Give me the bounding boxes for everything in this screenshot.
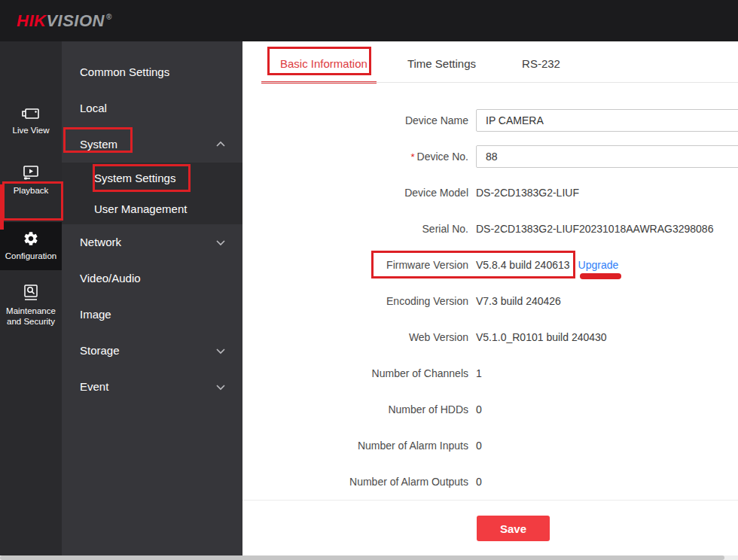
- nav-item-label: Configuration: [5, 251, 56, 261]
- menu-item-label: System: [80, 138, 117, 151]
- menu-item-system[interactable]: System: [62, 126, 242, 163]
- menu-item-storage[interactable]: Storage: [62, 333, 242, 369]
- menu-item-label: Storage: [80, 344, 120, 357]
- chevron-down-icon: [215, 346, 226, 355]
- menu-item-system-settings[interactable]: System Settings: [62, 163, 242, 193]
- field-label: Serial No.: [242, 223, 468, 235]
- menu-item-network[interactable]: Network: [62, 224, 242, 260]
- field-label: Number of HDDs: [242, 403, 468, 415]
- maintenance-icon: [23, 284, 39, 302]
- field-label: Device Model: [242, 187, 468, 199]
- form-row-device-name: Device Name: [242, 102, 738, 138]
- field-label: Firmware Version: [242, 259, 468, 271]
- menu-item-user-management[interactable]: User Management: [62, 193, 242, 224]
- field-value: V7.3 build 240426: [476, 295, 561, 307]
- form-row-number-of-channels: Number of Channels 1: [242, 355, 738, 391]
- field-value: 0: [476, 440, 482, 452]
- form-row-device-no: *Device No.: [242, 138, 738, 175]
- nav-item-playback[interactable]: Playback: [0, 165, 62, 196]
- chevron-down-icon: [215, 238, 226, 247]
- field-label: Web Version: [242, 331, 468, 343]
- menu-item-video-audio[interactable]: Video/Audio: [62, 260, 242, 297]
- nav-item-maintenance-security[interactable]: Maintenance and Security: [0, 284, 62, 327]
- config-menu-panel: Common Settings Local System System Sett…: [62, 41, 242, 556]
- menu-item-common-settings[interactable]: Common Settings: [62, 54, 242, 90]
- menu-item-label: Image: [80, 308, 111, 321]
- chevron-down-icon: [215, 382, 226, 391]
- video-camera-icon: [21, 106, 41, 121]
- active-nav-indicator: [0, 184, 4, 230]
- field-label: Number of Channels: [242, 367, 468, 379]
- system-submenu: System Settings User Management: [62, 163, 242, 224]
- menu-item-label: Network: [80, 236, 121, 248]
- tab-basic-information[interactable]: Basic Information: [280, 57, 367, 70]
- logo-registered-mark: ®: [106, 13, 112, 21]
- chevron-up-icon: [215, 140, 226, 149]
- form-row-device-model: Device Model DS-2CD1383G2-LIUF: [242, 175, 738, 211]
- basic-information-form: Device Name *Device No. Device Model DS-…: [242, 102, 738, 500]
- nav-item-label: Maintenance and Security: [0, 306, 62, 327]
- form-row-number-of-alarm-outputs: Number of Alarm Outputs 0: [242, 464, 738, 500]
- form-row-web-version: Web Version V5.1.0_R0101 build 240430: [242, 319, 738, 355]
- device-no-input[interactable]: [476, 145, 738, 168]
- field-label-text: Device No.: [417, 151, 468, 163]
- top-bar: HIKVISION®: [0, 0, 738, 41]
- menu-item-label: Event: [80, 380, 108, 393]
- field-label: Encoding Version: [242, 295, 468, 307]
- field-label: Number of Alarm Inputs: [242, 440, 468, 452]
- form-row-encoding-version: Encoding Version V7.3 build 240426: [242, 283, 738, 319]
- hikvision-logo: HIKVISION®: [17, 11, 112, 31]
- menu-item-label: System Settings: [94, 172, 175, 184]
- gear-icon: [23, 230, 39, 247]
- save-button[interactable]: Save: [477, 516, 550, 541]
- field-value: V5.8.4 build 240613: [476, 259, 570, 271]
- menu-item-image[interactable]: Image: [62, 297, 242, 333]
- field-label: *Device No.: [242, 151, 468, 163]
- nav-item-label: Live View: [12, 125, 49, 135]
- hikvision-config-page: HIKVISION® Live View: [0, 0, 738, 560]
- field-value: 0: [476, 476, 482, 488]
- main-content: Basic Information Time Settings RS-232 D…: [242, 41, 738, 556]
- menu-item-event[interactable]: Event: [62, 369, 242, 405]
- menu-item-label: Video/Audio: [80, 272, 141, 285]
- tab-time-settings[interactable]: Time Settings: [407, 57, 476, 70]
- menu-item-label: Local: [80, 102, 107, 114]
- field-value: DS-2CD1383G2-LIUF20231018AAWRAG3298086: [476, 223, 713, 235]
- nav-item-label: Playback: [14, 185, 49, 196]
- logo-hik-text: HIK: [17, 11, 46, 30]
- tab-bar: Basic Information Time Settings RS-232: [242, 41, 738, 83]
- active-tab-underline: [261, 81, 377, 84]
- field-value: V5.1.0_R0101 build 240430: [476, 331, 607, 343]
- save-area: Save: [242, 500, 738, 541]
- field-value: DS-2CD1383G2-LIUF: [476, 187, 579, 199]
- form-row-number-of-hdds: Number of HDDs 0: [242, 391, 738, 428]
- field-label: Number of Alarm Outputs: [242, 476, 468, 488]
- horizontal-scrollbar[interactable]: [0, 555, 738, 560]
- field-value: 0: [476, 403, 482, 415]
- field-value: 1: [476, 367, 482, 379]
- required-asterisk: *: [410, 151, 414, 163]
- upgrade-link[interactable]: Upgrade: [578, 259, 619, 271]
- form-row-firmware-version: Firmware Version V5.8.4 build 240613 Upg…: [242, 247, 738, 283]
- horizontal-scrollbar-thumb[interactable]: [0, 555, 724, 560]
- nav-item-configuration[interactable]: Configuration: [0, 222, 62, 270]
- logo-vision-text: VISION: [46, 11, 105, 30]
- form-row-number-of-alarm-inputs: Number of Alarm Inputs 0: [242, 428, 738, 464]
- menu-item-label: Common Settings: [80, 65, 169, 78]
- form-row-serial-no: Serial No. DS-2CD1383G2-LIUF20231018AAWR…: [242, 211, 738, 247]
- field-label: Device Name: [242, 114, 468, 126]
- menu-item-label: User Management: [94, 202, 187, 215]
- tab-rs232[interactable]: RS-232: [522, 57, 560, 70]
- play-icon: [21, 165, 41, 181]
- device-name-input[interactable]: [476, 109, 738, 132]
- menu-item-local[interactable]: Local: [62, 90, 242, 126]
- primary-nav-sidebar: Live View Playback Configuration: [0, 41, 62, 556]
- nav-item-live-view[interactable]: Live View: [0, 106, 62, 135]
